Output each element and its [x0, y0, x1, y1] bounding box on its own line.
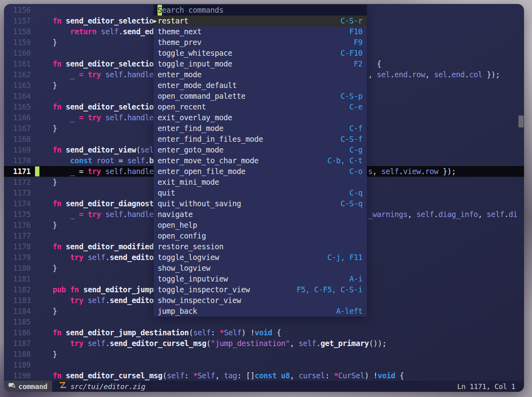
code-token	[101, 167, 105, 176]
line-number: 1184	[4, 306, 31, 317]
code-token: handle	[127, 210, 154, 219]
code-token: }	[35, 307, 57, 315]
palette-item-label: enter_mode_default	[158, 81, 237, 90]
code-line[interactable]: 1190 fn send_editor_cursel_msg(self: *Se…	[4, 370, 524, 381]
palette-item-toggle_logview[interactable]: toggle_logviewC-j, F11	[154, 252, 367, 263]
palette-item-enter_mode_default[interactable]: enter_mode_default	[154, 80, 367, 91]
command-palette: Search commands ▶restartC-S-rtheme_nextF…	[154, 5, 367, 317]
palette-item-theme_prev[interactable]: theme_prevF9	[154, 37, 367, 48]
palette-item-enter_move_to_char_mode[interactable]: enter_move_to_char_modeC-b, C-t	[154, 155, 367, 166]
palette-item-enter_mode[interactable]: enter_mode	[154, 69, 367, 80]
palette-item-label: quit	[158, 188, 175, 197]
code-token: self	[101, 27, 119, 36]
palette-item-open_command_palette[interactable]: open_command_paletteC-S-p	[154, 91, 367, 102]
code-token: *	[334, 371, 338, 380]
code-token: self	[167, 371, 184, 380]
palette-item-label: open_help	[158, 221, 197, 229]
code-text: _ = try self.handle	[35, 166, 154, 177]
code-token: }	[35, 81, 57, 90]
palette-item-exit_mini_mode[interactable]: exit_mini_mode	[154, 177, 367, 188]
mode-label: command	[18, 381, 47, 392]
palette-item-enter_open_file_mode[interactable]: enter_open_file_modeC-o	[154, 166, 367, 177]
code-token: self	[193, 328, 210, 337]
code-text: fn send_editor_modified	[35, 241, 154, 252]
line-number: 1162	[4, 69, 31, 80]
palette-item-enter_find_in_files_mode[interactable]: enter_find_in_files_modeC-S-f	[154, 134, 367, 145]
line-number: 1175	[4, 209, 31, 220]
palette-item-restart[interactable]: ▶restartC-S-r	[154, 16, 367, 26]
palette-item-navigate[interactable]: navigate	[154, 209, 367, 220]
mode-indicator[interactable]: command	[4, 381, 52, 392]
code-token: =	[79, 113, 83, 122]
code-line[interactable]: 1186 fn send_editor_jump_destination(sel…	[4, 327, 524, 338]
palette-item-toggle_inspector_view[interactable]: toggle_inspector_viewF5, C-F5, C-S-i	[154, 284, 367, 295]
line-number: 1159	[4, 37, 31, 48]
code-token	[61, 145, 66, 154]
code-token: });	[438, 167, 456, 176]
code-token: (	[189, 328, 193, 337]
palette-item-exit_overlay_mode[interactable]: exit_overlay_mode	[154, 112, 367, 123]
code-text: fn send_editor_jump_destination(self: *S…	[35, 327, 281, 338]
line-number: 1187	[4, 338, 31, 349]
palette-item-open_config[interactable]: open_config	[154, 231, 367, 241]
palette-item-toggle_input_mode[interactable]: toggle_input_modeF2	[154, 59, 367, 69]
palette-item-label: enter_move_to_char_mode	[158, 156, 259, 165]
palette-item-jump_back[interactable]: jump_backA-left	[154, 306, 367, 317]
code-text: }	[35, 263, 57, 274]
command-search-input[interactable]: Search commands	[154, 5, 367, 16]
code-token	[35, 242, 53, 251]
code-token: self	[105, 210, 123, 219]
code-token	[35, 70, 70, 79]
palette-item-label: toggle_input_mode	[158, 59, 232, 68]
code-token: ,	[215, 371, 224, 380]
code-token: "jump_destination"	[211, 339, 290, 348]
code-line[interactable]: 1188 }	[4, 349, 524, 360]
palette-item-quit[interactable]: quitC-q	[154, 188, 367, 198]
code-token: fn	[53, 145, 61, 154]
code-token: self	[88, 296, 105, 305]
palette-item-show_logview[interactable]: show_logview	[154, 263, 367, 274]
palette-item-label: jump_back	[158, 307, 197, 315]
code-token	[277, 371, 281, 380]
code-text-continuation: , sel.end.row, sel.end.col });	[368, 69, 500, 80]
palette-item-label: enter_find_mode	[158, 124, 224, 133]
code-token	[35, 199, 53, 208]
code-token	[74, 113, 79, 122]
palette-item-theme_next[interactable]: theme_nextF10	[154, 26, 367, 37]
palette-item-label: toggle_inputview	[158, 274, 228, 283]
code-line[interactable]: 1187 try self.send_editor_cursel_msg("ju…	[4, 338, 524, 349]
code-token: .	[119, 27, 123, 36]
palette-item-keybinding: C-e	[349, 102, 362, 112]
palette-item-enter_goto_mode[interactable]: enter_goto_modeC-g	[154, 145, 367, 155]
palette-item-toggle_whitespace[interactable]: toggle_whitespaceC-F10	[154, 48, 367, 59]
code-token: self	[88, 253, 105, 262]
palette-item-restore_session[interactable]: restore_session	[154, 241, 367, 252]
code-token: try	[70, 339, 83, 348]
palette-item-keybinding: C-S-q	[341, 198, 362, 209]
code-line[interactable]: 1189	[4, 360, 524, 370]
line-number: 1176	[4, 220, 31, 231]
code-token	[35, 339, 70, 348]
palette-item-open_recent[interactable]: open_recentC-e	[154, 102, 367, 112]
code-token	[101, 70, 105, 79]
line-number: 1186	[4, 327, 31, 338]
palette-item-open_help[interactable]: open_help	[154, 220, 367, 231]
code-text-continuation: {	[377, 59, 381, 69]
code-token: diag_info	[438, 210, 478, 219]
line-number: 1182	[4, 284, 31, 295]
code-token	[35, 156, 70, 165]
code-text: }	[35, 349, 57, 360]
code-token: (	[136, 145, 140, 154]
code-text: }	[35, 37, 57, 48]
code-token: ,	[290, 339, 298, 348]
palette-item-quit_without_saving[interactable]: quit_without_savingC-S-q	[154, 198, 367, 209]
palette-item-show_inspector_view[interactable]: show_inspector_view	[154, 295, 367, 306]
code-text: _ = try self.handle	[35, 209, 154, 220]
scrollbar-thumb[interactable]	[518, 115, 524, 127]
palette-item-label: toggle_inspector_view	[158, 285, 250, 294]
code-text-continuation: _warnings, self.diag_info, self.di	[368, 209, 517, 220]
code-token: =	[114, 156, 127, 165]
code-line[interactable]: 1185	[4, 317, 524, 327]
palette-item-enter_find_mode[interactable]: enter_find_modeC-f	[154, 123, 367, 134]
palette-item-toggle_inputview[interactable]: toggle_inputviewA-i	[154, 274, 367, 284]
